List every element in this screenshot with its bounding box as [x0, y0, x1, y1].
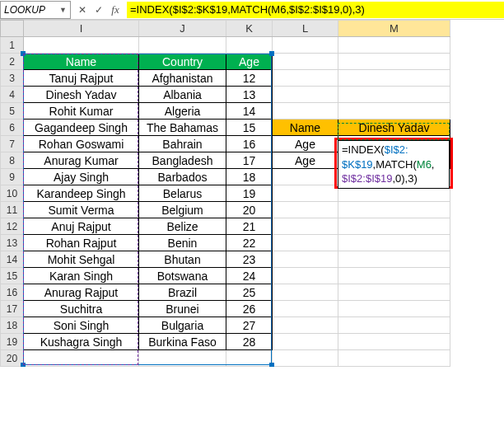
- row-header[interactable]: 6: [1, 120, 24, 136]
- cell[interactable]: [338, 235, 450, 251]
- row-header[interactable]: 12: [1, 218, 24, 235]
- cell-name[interactable]: Ajay Singh: [24, 169, 139, 185]
- row-header[interactable]: 14: [1, 251, 24, 268]
- cell[interactable]: [273, 268, 338, 284]
- cell-age[interactable]: 17: [226, 152, 273, 169]
- cell-country[interactable]: Albania: [139, 87, 226, 103]
- row-header[interactable]: 8: [1, 152, 24, 169]
- cell[interactable]: [273, 54, 338, 70]
- cell[interactable]: [24, 350, 139, 367]
- col-header-M[interactable]: M: [338, 21, 450, 37]
- row-header[interactable]: 3: [1, 70, 24, 87]
- lookup-name-header[interactable]: Name: [273, 120, 338, 136]
- cell-name[interactable]: Karan Singh: [24, 268, 139, 284]
- cell[interactable]: [338, 37, 450, 54]
- cell[interactable]: [139, 350, 226, 367]
- cell-country[interactable]: Bulgaria: [139, 317, 226, 334]
- cell-name[interactable]: Karandeep Singh: [24, 185, 139, 202]
- cell-name[interactable]: Mohit Sehgal: [24, 251, 139, 268]
- cell-country[interactable]: Bahrain: [139, 136, 226, 152]
- cell[interactable]: [338, 218, 450, 235]
- cell-age[interactable]: 13: [226, 87, 273, 103]
- cell-name[interactable]: Anurag Kumar: [24, 152, 139, 169]
- cell-name[interactable]: Tanuj Rajput: [24, 70, 139, 87]
- cell[interactable]: [338, 54, 450, 70]
- cell-country[interactable]: Barbados: [139, 169, 226, 185]
- cell[interactable]: [338, 317, 450, 334]
- cell-country[interactable]: Bhutan: [139, 251, 226, 268]
- row-header[interactable]: 11: [1, 202, 24, 218]
- row-header[interactable]: 19: [1, 334, 24, 350]
- cell-formula-editor[interactable]: =INDEX($I$2: $K$19,MATCH(M6, $I$2:$I$19,…: [338, 140, 450, 189]
- select-all-corner[interactable]: [1, 21, 24, 37]
- name-box[interactable]: LOOKUP ▼: [0, 1, 71, 19]
- cell-name[interactable]: Rohit Kumar: [24, 103, 139, 120]
- cell[interactable]: [273, 251, 338, 268]
- cell-name[interactable]: Sumit Verma: [24, 202, 139, 218]
- cancel-icon[interactable]: ✕: [76, 3, 89, 16]
- cell-country[interactable]: Algeria: [139, 103, 226, 120]
- cell-country[interactable]: The Bahamas: [139, 120, 226, 136]
- cell[interactable]: [338, 350, 450, 367]
- row-header[interactable]: 13: [1, 235, 24, 251]
- row-header[interactable]: 15: [1, 268, 24, 284]
- spreadsheet-grid[interactable]: I J K L M 1 2 Name Country Age 3Tanuj Ra…: [0, 20, 450, 367]
- cell-age[interactable]: 23: [226, 251, 273, 268]
- cell-country[interactable]: Benin: [139, 235, 226, 251]
- cell-name[interactable]: Gagandeep Singh: [24, 120, 139, 136]
- cell[interactable]: [226, 350, 273, 367]
- cell-name[interactable]: Rohan Rajput: [24, 235, 139, 251]
- cell-age[interactable]: 14: [226, 103, 273, 120]
- cell-age[interactable]: 20: [226, 202, 273, 218]
- cell-age[interactable]: 24: [226, 268, 273, 284]
- cell-country[interactable]: Brunei: [139, 301, 226, 317]
- cell[interactable]: [273, 334, 338, 350]
- row-header[interactable]: 10: [1, 185, 24, 202]
- lookup-name-value[interactable]: Dinesh Yadav: [338, 120, 450, 136]
- row-header[interactable]: 7: [1, 136, 24, 152]
- cell-country[interactable]: Burkina Faso: [139, 334, 226, 350]
- cell-age[interactable]: 22: [226, 235, 273, 251]
- cell-age[interactable]: 27: [226, 317, 273, 334]
- row-header[interactable]: 18: [1, 317, 24, 334]
- col-header-I[interactable]: I: [24, 21, 139, 37]
- col-header-J[interactable]: J: [139, 21, 226, 37]
- cell[interactable]: [273, 350, 338, 367]
- lookup-age-label[interactable]: Age: [273, 136, 338, 152]
- table-header-age[interactable]: Age: [226, 54, 273, 70]
- col-header-L[interactable]: L: [273, 21, 338, 37]
- cell[interactable]: [273, 218, 338, 235]
- cell-age[interactable]: 28: [226, 334, 273, 350]
- cell-name[interactable]: Kushagra Singh: [24, 334, 139, 350]
- name-box-dropdown-icon[interactable]: ▼: [59, 6, 67, 14]
- cell[interactable]: [338, 284, 450, 301]
- cell-age[interactable]: 26: [226, 301, 273, 317]
- table-header-country[interactable]: Country: [139, 54, 226, 70]
- cell[interactable]: [273, 103, 338, 120]
- lookup-age-label[interactable]: Age: [273, 152, 338, 169]
- cell[interactable]: [338, 202, 450, 218]
- cell-name[interactable]: Rohan Goswami: [24, 136, 139, 152]
- cell-age[interactable]: 18: [226, 169, 273, 185]
- fx-icon[interactable]: fx: [109, 3, 122, 16]
- cell[interactable]: [273, 185, 338, 202]
- cell-country[interactable]: Botswana: [139, 268, 226, 284]
- cell[interactable]: [273, 70, 338, 87]
- cell[interactable]: [273, 37, 338, 54]
- row-header[interactable]: 16: [1, 284, 24, 301]
- table-header-name[interactable]: Name: [24, 54, 139, 70]
- cell[interactable]: [338, 251, 450, 268]
- cell[interactable]: [273, 202, 338, 218]
- formula-input[interactable]: =INDEX($I$2:$K$19,MATCH(M6,$I$2:$I$19,0)…: [127, 2, 504, 18]
- row-header[interactable]: 17: [1, 301, 24, 317]
- cell[interactable]: [24, 37, 139, 54]
- cell[interactable]: [338, 268, 450, 284]
- cell[interactable]: [338, 103, 450, 120]
- cell[interactable]: [273, 87, 338, 103]
- cell[interactable]: [338, 87, 450, 103]
- cell-country[interactable]: Belarus: [139, 185, 226, 202]
- cell[interactable]: [338, 334, 450, 350]
- cell-name[interactable]: Suchitra: [24, 301, 139, 317]
- accept-icon[interactable]: ✓: [92, 3, 105, 16]
- cell-country[interactable]: Belize: [139, 218, 226, 235]
